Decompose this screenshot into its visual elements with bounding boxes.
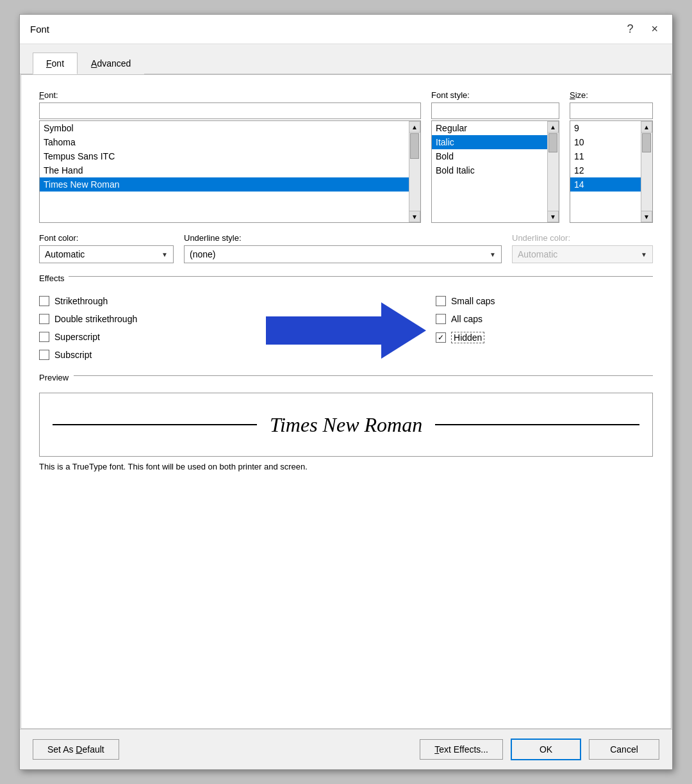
double-strikethrough-checkbox[interactable] [39,314,49,324]
scroll-down-btn[interactable]: ▼ [547,211,559,222]
list-item[interactable]: 11 [570,149,652,163]
help-button[interactable]: ? [623,21,637,37]
scroll-up-btn[interactable]: ▲ [409,121,420,133]
font-color-select[interactable]: Automatic ▼ [39,245,174,263]
font-style-group: Font style: Italic Regular Italic Bold B… [431,90,559,223]
font-selectors-row: Font: Times New Roman Symbol Tahoma Temp… [39,90,653,223]
font-color-group: Font color: Automatic ▼ [39,233,174,263]
small-caps-label: Small caps [451,296,495,306]
all-caps-checkbox[interactable] [436,314,446,324]
font-size-input[interactable]: 14 [570,102,653,119]
small-caps-row: Small caps [436,296,653,306]
font-size-group: Size: 14 9 10 11 12 14 ▲ ▼ [570,90,653,223]
font-name-label: Font: [39,90,421,100]
subscript-row: Subscript [39,350,256,360]
underline-color-value: Automatic [518,249,557,259]
hidden-row: Hidden [436,332,653,343]
underline-color-arrow: ▼ [641,251,647,258]
preview-section: Preview Times New Roman This is a TrueTy… [39,375,653,471]
list-item-selected[interactable]: Italic [432,135,559,149]
double-strikethrough-label: Double strikethrough [54,314,137,324]
font-name-input[interactable]: Times New Roman [39,102,421,119]
preview-line-right [435,424,639,425]
footer-left-buttons: Set As Default [33,739,119,760]
list-item[interactable]: Tahoma [40,135,420,149]
font-style-label: Font style: [431,90,559,100]
underline-color-select: Automatic ▼ [512,245,653,263]
font-dialog: Font ? × Font Advanced Font: Times New R… [19,14,673,770]
subscript-label: Subscript [54,350,92,360]
effects-section: Effects Strikethrough Double strikethrou… [39,276,653,365]
tab-bar: Font Advanced [20,44,672,74]
hidden-checkbox[interactable] [436,332,446,343]
preview-text: Times New Roman [270,413,422,437]
underline-color-group: Underline color: Automatic ▼ [512,233,653,263]
superscript-label: Superscript [54,332,100,342]
tab-font[interactable]: Font [33,53,78,74]
title-bar-controls: ? × [623,21,662,37]
underline-style-value: (none) [190,249,215,259]
dialog-content: Font: Times New Roman Symbol Tahoma Temp… [21,74,671,729]
subscript-checkbox[interactable] [39,350,49,360]
list-item[interactable]: Regular [432,121,559,135]
tab-font-label: Font [46,58,64,69]
font-size-listbox[interactable]: 9 10 11 12 14 ▲ ▼ [570,120,653,223]
double-strikethrough-row: Double strikethrough [39,314,256,324]
list-item[interactable]: Tempus Sans ITC [40,149,420,163]
scroll-down-btn[interactable]: ▼ [641,211,652,222]
font-style-input[interactable]: Italic [431,102,559,119]
dialog-title: Font [30,24,49,35]
scroll-up-btn[interactable]: ▲ [641,121,652,133]
effects-row: Strikethrough Double strikethrough Super… [39,296,653,365]
arrow-head [381,302,426,359]
text-effects-button[interactable]: Text Effects... [420,739,503,760]
ok-button[interactable]: OK [511,739,581,760]
scroll-up-btn[interactable]: ▲ [547,121,559,133]
set-default-button[interactable]: Set As Default [33,739,119,760]
tab-advanced[interactable]: Advanced [78,53,144,74]
arrow-wrapper [266,302,426,359]
list-item-selected[interactable]: Times New Roman [40,177,420,192]
font-color-label: Font color: [39,233,174,243]
underline-style-select[interactable]: (none) ▼ [184,245,502,263]
effects-title: Effects [39,274,69,283]
list-item[interactable]: 12 [570,163,652,177]
superscript-row: Superscript [39,332,256,342]
arrow-body [266,316,381,345]
list-item-selected[interactable]: 14 [570,177,652,192]
underline-style-group: Underline style: (none) ▼ [184,233,502,263]
font-name-listbox[interactable]: Symbol Tahoma Tempus Sans ITC The Hand T… [39,120,421,223]
superscript-checkbox[interactable] [39,332,49,342]
small-caps-checkbox[interactable] [436,296,446,306]
list-item[interactable]: Bold Italic [432,163,559,177]
preview-line-left [53,424,257,425]
arrow-annotation [256,296,436,365]
close-button[interactable]: × [647,21,662,37]
dialog-footer: Set As Default Text Effects... OK Cancel [20,729,672,769]
font-name-group: Font: Times New Roman Symbol Tahoma Temp… [39,90,421,223]
underline-color-label: Underline color: [512,233,653,243]
cancel-button[interactable]: Cancel [589,739,659,760]
strikethrough-checkbox[interactable] [39,296,49,306]
font-size-label: Size: [570,90,653,100]
list-item[interactable]: 10 [570,135,652,149]
underline-style-label: Underline style: [184,233,502,243]
list-item[interactable]: The Hand [40,163,420,177]
strikethrough-label: Strikethrough [54,296,108,306]
preview-title: Preview [39,373,74,382]
scroll-down-btn[interactable]: ▼ [409,211,420,222]
list-item[interactable]: 9 [570,121,652,135]
effects-right-col: Small caps All caps Hidden [436,296,653,343]
list-item[interactable]: Bold [432,149,559,163]
preview-box: Times New Roman [39,393,653,457]
font-style-listbox[interactable]: Regular Italic Bold Bold Italic ▲ ▼ [431,120,559,223]
effects-left-col: Strikethrough Double strikethrough Super… [39,296,256,360]
dropdowns-row: Font color: Automatic ▼ Underline style:… [39,233,653,263]
all-caps-row: All caps [436,314,653,324]
underline-style-arrow: ▼ [490,251,496,258]
preview-lines: Times New Roman [53,413,639,437]
font-color-value: Automatic [45,249,85,259]
strikethrough-row: Strikethrough [39,296,256,306]
list-item[interactable]: Symbol [40,121,420,135]
font-color-arrow: ▼ [161,251,168,258]
